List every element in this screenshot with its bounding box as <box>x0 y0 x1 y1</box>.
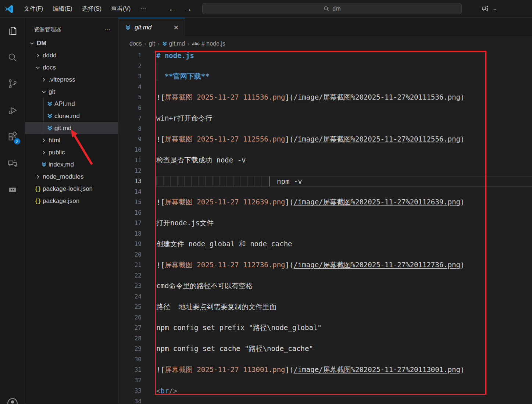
tab-git-md[interactable]: git.md ✕ <box>118 18 185 37</box>
code-line-32[interactable]: 32 <box>118 375 532 386</box>
code-line-28[interactable]: 28 <box>118 333 532 344</box>
code-line-34[interactable]: 34 <box>118 396 532 404</box>
code-line-22[interactable]: 22 <box>118 271 532 281</box>
code-line-18[interactable]: 18 <box>118 229 532 239</box>
chevron-down-icon[interactable]: ⌄ <box>493 6 497 11</box>
account-icon[interactable] <box>6 397 19 404</box>
symbol-string-icon: abc <box>192 41 200 46</box>
activity-source-control-button[interactable] <box>0 71 25 97</box>
code-line-6[interactable]: 6 <box>118 103 532 114</box>
code-line-14[interactable]: 14 <box>118 187 532 197</box>
activity-run-debug-button[interactable] <box>0 97 25 124</box>
breadcrumb: docs›git›git.md›abc# node.js <box>118 37 532 50</box>
tree-item-public[interactable]: public <box>25 146 118 158</box>
code-line-4[interactable]: 4 <box>118 82 532 93</box>
tab-whitespace-guides <box>156 176 268 186</box>
activity-chat-button[interactable] <box>0 150 25 176</box>
tree-item-label: index.md <box>49 161 74 168</box>
tree-item-package.json[interactable]: {}package.json <box>25 195 118 207</box>
code-line-2[interactable]: 2 <box>118 61 532 72</box>
activity-extensions-button[interactable]: 2 <box>0 124 25 150</box>
tree-item-index.md[interactable]: index.md <box>25 158 118 171</box>
menu-item-3[interactable]: 查看(V) <box>106 3 135 15</box>
markdown-file-icon <box>47 113 53 119</box>
tab-label: git.md <box>135 24 151 31</box>
tree-item-label: public <box>49 149 65 156</box>
code-line-8[interactable]: 8 <box>118 124 532 135</box>
breadcrumb-item-#node.js[interactable]: abc# node.js <box>192 40 225 47</box>
code-line-11[interactable]: 11检查是否下载成功 node -v <box>118 155 532 166</box>
breadcrumb-item-docs[interactable]: docs <box>129 40 142 47</box>
code-line-9[interactable]: 9![屏幕截图 2025-11-27 112556.png](/image/屏幕… <box>118 134 532 145</box>
tree-item-docs[interactable]: docs <box>25 61 118 74</box>
code-line-21[interactable]: 21![屏幕截图 2025-11-27 112736.png](/image/屏… <box>118 260 532 271</box>
menu-item-2[interactable]: 选择(S) <box>77 3 106 15</box>
code-line-25[interactable]: 25路径 地址要点到需要复制的文件里面 <box>118 302 532 312</box>
tree-item-node_modules[interactable]: node_modules <box>25 171 118 183</box>
tree-item-package-lock.json[interactable]: {}package-lock.json <box>25 183 118 195</box>
vscode-logo-icon <box>4 4 14 14</box>
code-line-15[interactable]: 15![屏幕截图 2025-11-27 112639.png](/image/屏… <box>118 197 532 208</box>
tree-item-DM[interactable]: DM <box>25 37 118 49</box>
code-line-30[interactable]: 30 <box>118 354 532 365</box>
code-line-5[interactable]: 5![屏幕截图 2025-11-27 111536.png](/image/屏幕… <box>118 92 532 103</box>
nav-forward-icon[interactable]: → <box>184 4 192 13</box>
breadcrumb-item-git.md[interactable]: git.md <box>162 40 185 47</box>
code-line-10[interactable]: 10 <box>118 145 532 155</box>
copilot-chat-icon[interactable] <box>481 4 490 13</box>
code-line-26[interactable]: 26 <box>118 312 532 323</box>
breadcrumb-item-git[interactable]: git <box>149 40 155 47</box>
line-number: 29 <box>118 344 142 354</box>
activity-search-button[interactable] <box>0 44 25 71</box>
code-line-3[interactable]: 3 **官网下载** <box>118 71 532 82</box>
code-line-17[interactable]: 17打开node.js文件 <box>118 218 532 229</box>
command-center-search[interactable]: dm <box>202 3 462 14</box>
markdown-file-icon <box>47 125 53 131</box>
code-line-19[interactable]: 19创建文件 node_global 和 node_cache <box>118 239 532 250</box>
tree-item-API.md[interactable]: API.md <box>25 98 118 110</box>
sidebar-more-actions-icon[interactable]: ⋯ <box>105 26 111 33</box>
json-file-icon: {} <box>35 186 41 192</box>
file-tree: DMdddddocs.vitepressgitAPI.mdclone.mdgit… <box>25 37 118 207</box>
menu-item-4[interactable]: ⋯ <box>135 3 151 15</box>
run-debug-icon <box>7 105 18 116</box>
tree-item-label: dddd <box>43 52 57 59</box>
tree-item-.vitepress[interactable]: .vitepress <box>25 74 118 86</box>
activity-explorer-button[interactable] <box>0 18 25 44</box>
tree-item-label: package-lock.json <box>43 185 93 193</box>
code-line-33[interactable]: 33<br/> <box>118 386 532 396</box>
line-number: 1 <box>118 50 142 61</box>
tree-item-git[interactable]: git <box>25 86 118 98</box>
files-icon <box>7 25 18 36</box>
activity-bar: 2 <box>0 18 25 404</box>
tab-close-icon[interactable]: ✕ <box>171 23 181 32</box>
menu-item-0[interactable]: 文件(F) <box>19 3 48 15</box>
code-line-27[interactable]: 27npm config set prefix "路径\node_global" <box>118 323 532 333</box>
code-line-24[interactable]: 24 <box>118 292 532 302</box>
code-editor[interactable]: 1# node.js23 **官网下载**45![屏幕截图 2025-11-27… <box>118 50 532 404</box>
code-line-29[interactable]: 29npm config set cache "路径\node_cache" <box>118 344 532 354</box>
code-line-23[interactable]: 23cmd命令里的路径不可以有空格 <box>118 281 532 292</box>
activity-remote-display-button[interactable] <box>0 176 25 203</box>
title-bar: 文件(F)编辑(E)选择(S)查看(V)⋯ ← → dm ⌄ <box>0 0 532 18</box>
code-line-13[interactable]: 13npm -v <box>118 176 532 187</box>
tree-item-html[interactable]: html <box>25 134 118 146</box>
tree-item-dddd[interactable]: dddd <box>25 49 118 61</box>
indent-guide <box>157 62 157 81</box>
line-number: 6 <box>118 103 142 114</box>
menu-item-1[interactable]: 编辑(E) <box>48 3 77 15</box>
code-line-12[interactable]: 12 <box>118 166 532 176</box>
code-line-1[interactable]: 1# node.js <box>118 50 532 61</box>
nav-back-icon[interactable]: ← <box>168 4 176 13</box>
code-line-31[interactable]: 31![屏幕截图 2025-11-27 113001.png](/image/屏… <box>118 365 532 375</box>
remote-display-icon <box>7 184 18 195</box>
code-line-7[interactable]: 7win+r打开命令行 <box>118 113 532 124</box>
line-number: 27 <box>118 323 142 333</box>
line-number: 12 <box>118 166 142 176</box>
line-number: 34 <box>118 396 142 404</box>
tree-item-clone.md[interactable]: clone.md <box>25 110 118 122</box>
line-number: 22 <box>118 271 142 281</box>
code-line-16[interactable]: 16 <box>118 208 532 218</box>
code-line-20[interactable]: 20 <box>118 250 532 260</box>
tree-item-git.md[interactable]: git.md <box>25 122 118 134</box>
